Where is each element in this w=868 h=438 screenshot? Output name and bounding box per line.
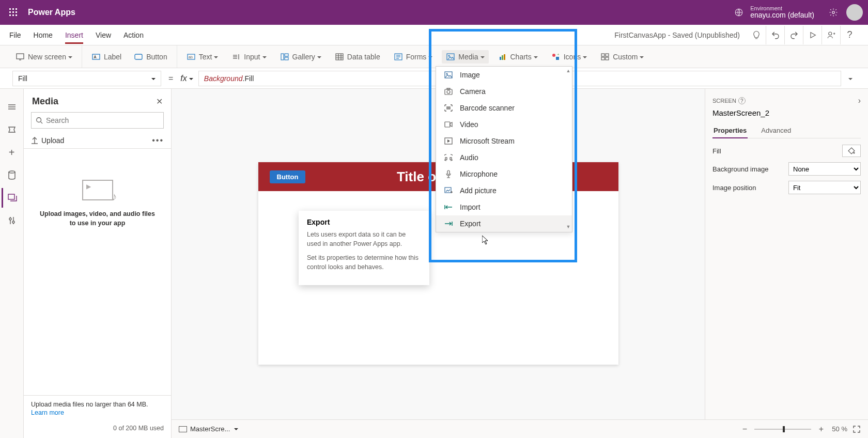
menu-home[interactable]: Home bbox=[34, 27, 53, 43]
dd-item-label: Image bbox=[460, 71, 480, 79]
dd-item-microphone[interactable]: Microphone bbox=[436, 166, 572, 182]
dd-item-export[interactable]: Export bbox=[436, 215, 572, 232]
environment-selector[interactable]: Environment enayu.com (default) bbox=[732, 5, 814, 20]
forms-dropdown[interactable]: Forms bbox=[390, 50, 437, 64]
new-screen-button[interactable]: New screen bbox=[11, 50, 76, 64]
menu-view[interactable]: View bbox=[96, 27, 111, 43]
image-position-label: Image position bbox=[712, 184, 756, 192]
status-bar: MasterScre... − + 50 % bbox=[172, 419, 868, 438]
app-checker-icon[interactable] bbox=[747, 26, 766, 44]
chevron-down-icon bbox=[262, 53, 267, 61]
upload-label: Upload bbox=[41, 136, 64, 145]
more-icon[interactable]: ••• bbox=[152, 136, 164, 145]
menu-file[interactable]: File bbox=[9, 27, 21, 43]
media-dropdown-btn[interactable]: Media bbox=[442, 50, 488, 64]
dd-item-import[interactable]: Import bbox=[436, 199, 572, 215]
property-name: Fill bbox=[18, 74, 27, 83]
svg-rect-39 bbox=[504, 54, 505, 60]
svg-rect-7 bbox=[12, 14, 14, 16]
chevron-down-icon bbox=[481, 53, 485, 61]
dd-item-video[interactable]: Video bbox=[436, 116, 572, 133]
svg-marker-84 bbox=[482, 236, 488, 244]
export-tooltip: Export Lets users export data so it can … bbox=[299, 211, 429, 285]
tab-properties[interactable]: Properties bbox=[712, 123, 748, 138]
play-icon[interactable] bbox=[803, 26, 822, 44]
share-icon[interactable] bbox=[822, 26, 840, 44]
properties-chevron-icon[interactable]: › bbox=[858, 96, 861, 105]
menu-bar: File Home Insert View Action FirstCanvas… bbox=[0, 25, 868, 45]
media-empty-state: Upload images, video, and audio files to… bbox=[24, 149, 171, 395]
image-position-select[interactable]: Fit bbox=[788, 181, 861, 194]
rail-screens[interactable] bbox=[2, 120, 22, 139]
dropdown-scrollbar[interactable]: ▲ ▼ bbox=[566, 68, 571, 230]
gallery-dropdown[interactable]: Gallery bbox=[276, 50, 326, 64]
custom-dropdown[interactable]: Custom bbox=[596, 50, 648, 64]
charts-dropdown[interactable]: Charts bbox=[494, 50, 542, 64]
rail-data[interactable] bbox=[2, 165, 22, 185]
chevron-down-icon bbox=[428, 53, 432, 61]
gallery-icon bbox=[280, 52, 289, 61]
info-icon[interactable]: ? bbox=[738, 97, 746, 104]
forms-icon bbox=[394, 52, 403, 61]
dd-item-camera[interactable]: Camera bbox=[436, 83, 572, 100]
zoom-out-button[interactable]: − bbox=[739, 425, 750, 434]
input-dropdown[interactable]: Input bbox=[227, 50, 270, 64]
rail-tree-view[interactable] bbox=[2, 97, 22, 117]
svg-point-64 bbox=[447, 90, 450, 93]
dd-item-stream[interactable]: Microsoft Stream bbox=[436, 133, 572, 149]
dd-item-barcode[interactable]: Barcode scanner bbox=[436, 100, 572, 116]
svg-rect-13 bbox=[17, 54, 24, 59]
screen-selector[interactable]: MasterScre... bbox=[179, 425, 238, 433]
waffle-icon[interactable] bbox=[5, 4, 22, 21]
media-search-field[interactable] bbox=[46, 116, 159, 124]
dd-item-label: Import bbox=[460, 203, 481, 211]
data-table-button[interactable]: Data table bbox=[331, 50, 384, 64]
label-button[interactable]: Label bbox=[87, 50, 126, 64]
environment-icon bbox=[732, 5, 746, 20]
help-icon[interactable]: ? bbox=[840, 26, 859, 44]
menu-insert[interactable]: Insert bbox=[65, 27, 83, 43]
user-avatar[interactable] bbox=[846, 4, 863, 21]
zoom-slider[interactable] bbox=[754, 429, 811, 430]
settings-icon[interactable] bbox=[825, 8, 842, 17]
screen-selector-label: MasterScre... bbox=[190, 425, 230, 433]
menu-action[interactable]: Action bbox=[123, 27, 144, 43]
fit-to-screen-icon[interactable] bbox=[853, 425, 861, 433]
svg-rect-37 bbox=[500, 57, 501, 60]
table-icon bbox=[335, 52, 344, 61]
redo-icon[interactable] bbox=[784, 26, 803, 44]
zoom-in-button[interactable]: + bbox=[815, 425, 827, 434]
dd-item-image[interactable]: Image bbox=[436, 67, 572, 83]
icons-dropdown[interactable]: + Icons bbox=[547, 50, 591, 64]
upload-button[interactable]: Upload bbox=[31, 136, 64, 145]
video-icon bbox=[443, 121, 454, 128]
app-header: Power Apps Environment enayu.com (defaul… bbox=[0, 0, 868, 25]
svg-point-12 bbox=[828, 32, 831, 35]
dd-item-add-picture[interactable]: Add picture bbox=[436, 182, 572, 199]
formula-expand-icon[interactable] bbox=[845, 74, 856, 83]
bg-image-select[interactable]: None bbox=[788, 162, 861, 176]
svg-rect-44 bbox=[606, 54, 609, 56]
panel-close-icon[interactable]: ✕ bbox=[156, 97, 163, 106]
media-empty-icon bbox=[82, 180, 113, 200]
text-dropdown[interactable]: ab Text bbox=[182, 50, 223, 64]
svg-text:+: + bbox=[557, 53, 560, 57]
fx-button[interactable]: fx bbox=[180, 74, 193, 83]
media-search-input[interactable] bbox=[31, 112, 164, 129]
panel-title: Media bbox=[32, 96, 58, 107]
svg-rect-23 bbox=[281, 54, 284, 60]
rail-insert[interactable]: + bbox=[2, 143, 22, 162]
svg-rect-51 bbox=[8, 194, 14, 199]
button-button[interactable]: Button bbox=[130, 50, 171, 64]
svg-rect-76 bbox=[447, 170, 450, 175]
property-selector[interactable]: Fill bbox=[12, 71, 161, 86]
dd-item-audio[interactable]: Audio bbox=[436, 149, 572, 166]
formula-bar: Fill = fx Background.Fill bbox=[0, 68, 868, 89]
undo-icon[interactable] bbox=[766, 26, 784, 44]
rail-media[interactable] bbox=[2, 188, 22, 208]
fill-color-swatch[interactable] bbox=[842, 145, 861, 157]
tab-advanced[interactable]: Advanced bbox=[760, 123, 792, 138]
learn-more-link[interactable]: Learn more bbox=[31, 409, 164, 416]
rail-advanced-tools[interactable] bbox=[2, 211, 22, 230]
svg-point-55 bbox=[12, 221, 14, 223]
